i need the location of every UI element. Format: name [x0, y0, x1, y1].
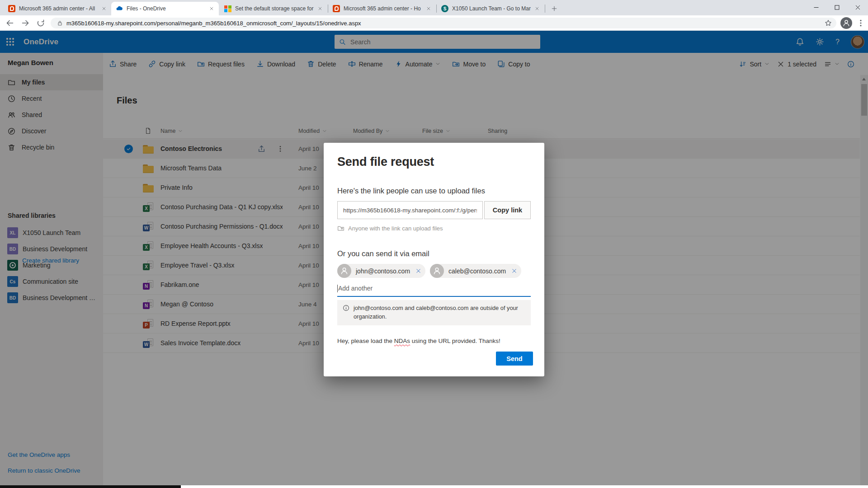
recipient-avatar-icon — [430, 264, 444, 278]
microsoft-favicon — [224, 5, 231, 12]
tab-close-icon[interactable] — [316, 5, 324, 12]
upload-permission-icon — [337, 225, 344, 232]
message-text: Hey, please load the — [337, 338, 394, 344]
new-tab-button[interactable] — [549, 3, 560, 14]
address-bar[interactable]: m365b160618-my.sharepoint.com/personal/m… — [51, 18, 836, 28]
tab-title: Microsoft 365 admin center - Ho — [344, 5, 422, 12]
browser-tab-2[interactable]: Files - OneDrive — [111, 2, 219, 15]
remove-recipient-icon[interactable] — [511, 268, 517, 274]
browser-menu-icon[interactable] — [857, 19, 865, 28]
browser-tab-strip: Microsoft 365 admin center - AllFiles - … — [0, 0, 868, 15]
recipient-chip: caleb@contoso.com — [430, 264, 521, 278]
bottom-edge-strip — [0, 485, 868, 488]
tab-close-icon[interactable] — [100, 5, 108, 12]
copy-link-button[interactable]: Copy link — [484, 201, 531, 219]
text-cursor — [337, 285, 338, 292]
back-icon[interactable] — [5, 19, 14, 28]
email-section-label: Or you can send it via email — [337, 249, 531, 258]
window-minimize-button[interactable] — [806, 0, 826, 15]
recipient-avatar-icon — [337, 264, 351, 278]
send-file-request-dialog: Send file request Here's the link people… — [324, 143, 544, 376]
request-link-input[interactable] — [337, 201, 483, 219]
lock-icon — [57, 20, 63, 26]
recipient-email: john@contoso.com — [356, 267, 410, 275]
window-close-button[interactable] — [847, 0, 868, 15]
tab-title: Set the default storage space for — [235, 5, 314, 12]
tab-close-icon[interactable] — [533, 5, 541, 12]
tab-separator — [545, 5, 545, 13]
tab-close-icon[interactable] — [425, 5, 432, 12]
window-maximize-button[interactable] — [826, 0, 847, 15]
forward-icon[interactable] — [21, 19, 30, 28]
tab-separator — [436, 5, 437, 13]
tab-title: Files - OneDrive — [127, 5, 205, 12]
link-section-label: Here's the link people can use to upload… — [337, 187, 531, 195]
link-permission-note: Anyone with the link can upload files — [348, 225, 443, 232]
office-favicon — [333, 5, 340, 12]
sharepoint-favicon: S — [441, 5, 448, 12]
add-recipient-input[interactable] — [337, 285, 531, 295]
add-recipient-field[interactable] — [337, 284, 531, 297]
tab-title: Microsoft 365 admin center - All — [19, 5, 98, 12]
browser-url-row: m365b160618-my.sharepoint.com/personal/m… — [0, 15, 868, 31]
browser-tab-5[interactable]: SX1050 Launch Team - Go to Mar — [437, 2, 544, 15]
message-text: using the URL provided. Thanks! — [410, 338, 500, 344]
office-favicon — [8, 5, 15, 12]
warning-text: john@contoso.com and caleb@contoso.com a… — [354, 304, 525, 321]
browser-profile-avatar[interactable] — [840, 17, 852, 29]
browser-tab-4[interactable]: Microsoft 365 admin center - Ho — [328, 2, 436, 15]
remove-recipient-icon[interactable] — [415, 268, 421, 274]
tab-close-icon[interactable] — [208, 5, 215, 12]
bookmark-star-icon[interactable] — [825, 19, 832, 27]
page-url: m365b160618-my.sharepoint.com/personal/m… — [66, 20, 825, 27]
external-recipients-warning: john@contoso.com and caleb@contoso.com a… — [337, 300, 531, 325]
send-button[interactable]: Send — [496, 352, 533, 366]
browser-tab-3[interactable]: Set the default storage space for — [220, 2, 327, 15]
dialog-title: Send file request — [337, 155, 531, 169]
taskbar-fragment — [0, 485, 181, 488]
browser-tab-1[interactable]: Microsoft 365 admin center - All — [4, 2, 111, 15]
onedrive-favicon — [116, 5, 123, 12]
message-misspelled-word: NDAs — [394, 338, 410, 344]
tab-separator — [328, 5, 328, 13]
info-icon — [343, 305, 349, 311]
refresh-icon[interactable] — [36, 19, 45, 28]
tab-title: X1050 Launch Team - Go to Mar — [452, 5, 531, 12]
request-message[interactable]: Hey, please load the NDAs using the URL … — [337, 338, 531, 344]
recipient-chip: john@contoso.com — [337, 264, 425, 278]
recipient-email: caleb@contoso.com — [448, 267, 506, 275]
